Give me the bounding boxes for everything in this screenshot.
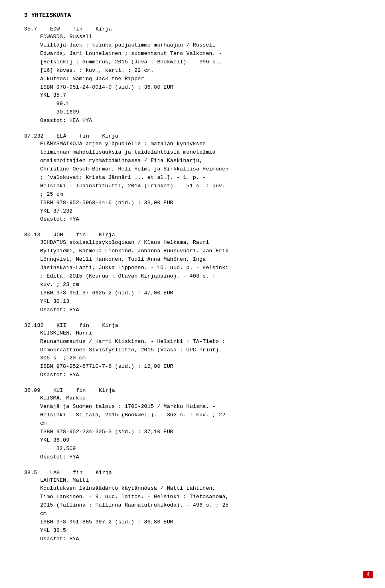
entry-6-line-5: YKL 38.5 [40, 527, 361, 535]
entry-4: 32.182 KII fin Kirja KIISKINEN, Harri Re… [24, 322, 361, 380]
entry-5-code: KUI [53, 387, 63, 393]
entry-3-body: JOHDATUS sosiaalipsykologiaan / Klaus He… [40, 239, 361, 314]
entry-4-line-1: Demokraattinen Sivistysliitto, 2015 (Vaa… [40, 346, 361, 355]
entry-5-title: 36.09 KUI fin Kirja [24, 387, 361, 393]
entry-4-line-3: ISBN 978-952-67710-7-6 (sid.) : 12,00 EU… [40, 363, 361, 371]
entry-4-osastot: Osastot: HYA [40, 371, 361, 379]
entry-3: 30.13 JOH fin Kirja JOHDATUS sosiaalipsy… [24, 232, 361, 314]
entry-5-lang: fin [76, 387, 86, 393]
entry-5-type: Kirja [99, 387, 115, 393]
entry-3-classification: 30.13 [24, 232, 41, 238]
entry-6-type: Kirja [95, 470, 112, 476]
entry-3-line-6: YKL 30.13 [40, 298, 361, 306]
entry-3-lang: fin [76, 232, 86, 238]
entry-2-line-7: YKL 37.232 [40, 207, 361, 216]
entry-6-line-1: Timo Lankinen. - 9. uud. laitos. - Helsi… [40, 493, 361, 501]
entry-6-code: LAH [50, 470, 60, 476]
entry-2-classification: 37.232 [24, 133, 44, 139]
entry-6-classification: 38.5 [24, 470, 37, 476]
entry-3-code: JOH [53, 232, 63, 238]
entry-4-type: Kirja [102, 322, 118, 328]
entry-3-line-2: Jasinskaja-Lahti, Jukka Lipponen. - 10. … [40, 264, 361, 272]
entry-1-author: EDWARDS, Russell [40, 33, 361, 41]
entry-2-type: Kirja [102, 133, 118, 139]
entry-5-classification: 36.09 [24, 387, 41, 393]
entry-1-line-7: 99.1 [40, 100, 361, 108]
entry-6: 38.5 LAH fin Kirja LAHTINEN, Matti Koulu… [24, 470, 361, 543]
entry-2-osastot: Osastot: HYA [40, 215, 361, 224]
entry-3-osastot: Osastot: HYA [40, 306, 361, 314]
entry-1-code: EDW [50, 26, 60, 32]
entry-3-author: JOHDATUS sosiaalipsykologiaan / Klaus He… [40, 239, 361, 247]
entry-6-body: LAHTINEN, Matti Koulutuksen lainsäädäntö… [40, 476, 361, 543]
entry-1-line-1: Edwards, Jari Louhelainen ; suomentanut … [40, 50, 361, 58]
entry-2-body: ELÄMYSMATKOJA arjen yläpuolelle : matala… [40, 140, 361, 224]
entry-2-line-4: Helsinki : Ikäinstituutti, 2014 (Trinket… [40, 182, 361, 191]
entry-1-classification: 35.7 [24, 26, 37, 32]
entry-5-line-2: cm [40, 420, 361, 428]
entry-4-lang: fin [79, 322, 89, 328]
entry-6-osastot: Osastot: HYA [40, 535, 361, 543]
entry-1: 35.7 EDW fin Kirja EDWARDS, Russell Viil… [24, 26, 361, 125]
entry-3-line-5: ISBN 978-951-37-6625-2 (nid.) : 47,00 EU… [40, 289, 361, 298]
entry-6-title: 38.5 LAH fin Kirja [24, 470, 361, 476]
entry-1-line-4: Alkuteos: Naming Jack the Ripper [40, 75, 361, 83]
entry-4-code: KII [57, 322, 66, 328]
entry-1-type: Kirja [95, 26, 112, 32]
entry-3-line-3: : Edita, 2015 (Keuruu : Otavan Kirjapain… [40, 272, 361, 281]
entry-1-line-5: ISBN 978-951-24-0014-0 (sid.) : 36,00 EU… [40, 83, 361, 92]
entry-2-lang: fin [79, 133, 89, 139]
entry-2-line-6: ISBN 978-952-5968-44-6 (nid.) : 33,00 EU… [40, 199, 361, 207]
entry-5-line-3: ISBN 978-952-234-325-3 (sid.) : 37,10 EU… [40, 428, 361, 436]
entry-6-line-4: ISBN 978-951-885-387-2 (sid.) : 86,80 EU… [40, 518, 361, 527]
entry-1-line-0: Viiltäjä-Jack : kuinka paljastimme murha… [40, 41, 361, 50]
entry-5-line-4: YKL 36.09 [40, 436, 361, 445]
entry-2-line-1: omaishoitajien ryhmätoiminnassa / Eija K… [40, 157, 361, 165]
entry-6-line-2: 2015 (Tallinna : Tallinna Raamatutrükiko… [40, 501, 361, 510]
entry-3-line-0: Myllyniemi, Karmela Liebkind, Johanna Ru… [40, 247, 361, 255]
entry-1-body: EDWARDS, Russell Viiltäjä-Jack : kuinka … [40, 33, 361, 125]
entry-3-title: 30.13 JOH fin Kirja [24, 232, 361, 238]
entry-4-classification: 32.182 [24, 322, 44, 328]
entry-2-title: 37.232 ELÄ fin Kirja [24, 133, 361, 139]
entry-5-body: KUISMA, Markku Venäjä ja Suomen talous :… [40, 394, 361, 461]
entry-2-author: ELÄMYSMATKOJA arjen yläpuolelle : matala… [40, 140, 361, 148]
entry-3-type: Kirja [99, 232, 115, 238]
entry-4-line-2: 305 s. ; 20 cm [40, 354, 361, 363]
entry-4-title: 32.182 KII fin Kirja [24, 322, 361, 328]
entry-1-line-6: YKL 35.7 [40, 91, 361, 100]
entry-1-line-3: [16] kuvas. : kuv., kartt. ; 22 cm. [40, 67, 361, 75]
section-heading: 3 YHTEISKUNTA [24, 12, 361, 19]
entry-3-line-4: kuv. ; 23 cm [40, 281, 361, 289]
entry-5-line-5: 32.509 [40, 445, 361, 453]
entry-5-line-0: Venäjä ja Suomen talous : 1700-2015 / Ma… [40, 403, 361, 411]
entry-6-line-0: Koulutuksen lainsäädäntö käytännössä / M… [40, 485, 361, 493]
entry-2: 37.232 ELÄ fin Kirja ELÄMYSMATKOJA arjen… [24, 133, 361, 224]
entry-5-osastot: Osastot: HYA [40, 453, 361, 462]
entry-1-title: 35.7 EDW fin Kirja [24, 26, 361, 32]
entry-3-line-1: Lönnqvist, Nelli Hankonen, Tuuli Anna Mä… [40, 255, 361, 264]
entry-4-line-0: Reunahuomautus / Harri Kiiskinen. - Hels… [40, 338, 361, 346]
entry-1-lang: fin [73, 26, 83, 32]
entry-6-lang: fin [73, 470, 83, 476]
entry-1-line-2: [Helsinki] : Gummerus, 2015 (Juva : Book… [40, 58, 361, 67]
entry-2-line-3: ; [valokuvat: Krista Jännäri ... et al.]… [40, 174, 361, 182]
entry-2-line-2: Christine Oesch-Börman, Heli Hulmi ja Si… [40, 165, 361, 174]
entry-5-author: KUISMA, Markku [40, 394, 361, 403]
entry-1-line-8: 30.1609 [40, 108, 361, 117]
entry-2-line-0: toiminnan mahdollisuuksia ja taidelähtöi… [40, 148, 361, 157]
entry-2-line-5: ; 25 cm [40, 191, 361, 199]
entry-6-line-3: cm [40, 510, 361, 518]
entry-6-author: LAHTINEN, Matti [40, 476, 361, 485]
entry-4-author: KIISKINEN, Harri [40, 329, 361, 338]
entry-4-body: KIISKINEN, Harri Reunahuomautus / Harri … [40, 329, 361, 380]
page-number: 4 [363, 571, 373, 578]
entry-2-code: ELÄ [57, 133, 66, 139]
entry-1-osastot: Osastot: HEA HYA [40, 117, 361, 125]
entry-5-line-1: Helsinki : Siltala, 2015 (Bookwell). - 3… [40, 411, 361, 420]
entry-5: 36.09 KUI fin Kirja KUISMA, Markku Venäj… [24, 387, 361, 461]
